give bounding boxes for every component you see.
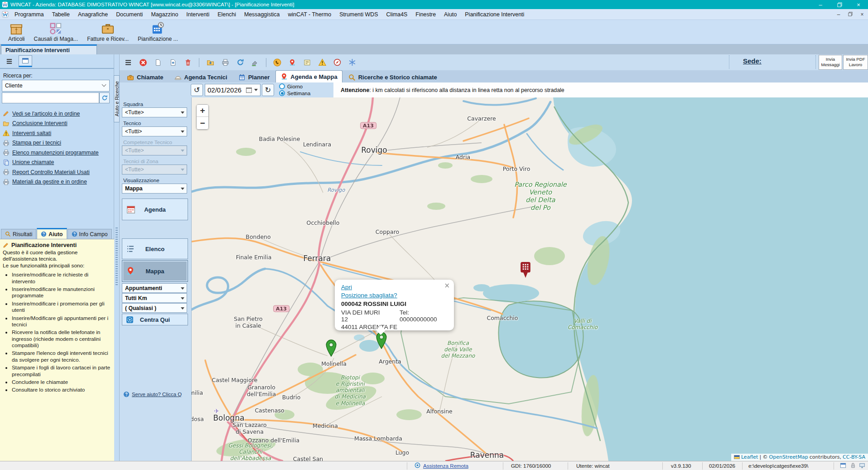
restore-button[interactable] xyxy=(830,0,849,9)
doc-plus-button[interactable] xyxy=(168,57,178,68)
sidebar-link[interactable]: Elenco manutenzioni programmate xyxy=(3,148,113,158)
minimize-button[interactable]: – xyxy=(811,0,830,9)
mdi-minimize-button[interactable]: – xyxy=(833,11,844,18)
date-field[interactable]: 02/01/2026 xyxy=(205,84,260,96)
launcher-item[interactable]: Causali di Maga... xyxy=(29,21,83,43)
assistenza-remota-link[interactable]: Assistenza Remota xyxy=(423,463,468,469)
radio-giorno-circle[interactable] xyxy=(279,83,285,89)
trash-button[interactable] xyxy=(183,57,193,68)
tab-ricerche-e-storico-chiamate[interactable]: Ricerche e Storico chiamate xyxy=(343,72,442,82)
radio-settimana[interactable]: Settimana xyxy=(279,90,310,97)
sidebar-splitter[interactable]: Aiuto e Ricerche xyxy=(114,54,120,461)
next-date-button[interactable]: ↻ xyxy=(262,84,274,96)
sidebar-link-label[interactable]: Materiali da gestire e in ordine xyxy=(12,179,87,185)
window-tab-pianificazione[interactable]: Pianificazione Interventi xyxy=(1,44,97,54)
launcher-item[interactable]: Articoli xyxy=(4,21,29,43)
sidebar-tab-aiuto[interactable]: Aiuto xyxy=(37,228,67,239)
sidebar-link-label[interactable]: Vedi se l'articolo è in ordine xyxy=(12,111,80,117)
mdi-restore-button[interactable] xyxy=(844,11,856,18)
map-pin-button[interactable] xyxy=(287,57,297,68)
tecnico-select[interactable]: <Tutti> xyxy=(122,126,187,136)
warning-button[interactable] xyxy=(317,57,327,68)
cancel-button[interactable] xyxy=(138,57,148,68)
splitter-handle[interactable] xyxy=(116,228,118,286)
zoom-out-button[interactable]: − xyxy=(197,117,208,129)
menu-item[interactable]: Finestre xyxy=(411,11,440,18)
agenda-button[interactable]: Agenda xyxy=(122,199,188,220)
hamburger-button[interactable] xyxy=(123,57,133,68)
folder-down-button[interactable] xyxy=(205,57,215,68)
elenco-button[interactable]: Elenco xyxy=(122,238,188,259)
serve-aiuto-label[interactable]: Serve aiuto? Clicca Q xyxy=(132,392,182,397)
search-refresh-button[interactable] xyxy=(99,92,110,103)
mdi-close-button[interactable]: × xyxy=(856,11,868,18)
menu-item[interactable]: Magazzino xyxy=(147,11,182,18)
sidebar-link[interactable]: Conclusione Interventi xyxy=(3,119,113,129)
refresh-button[interactable] xyxy=(235,57,245,68)
menu-item[interactable]: Strumenti WDS xyxy=(335,11,382,18)
sidebar-tab-risultati[interactable]: Risultati xyxy=(1,229,36,239)
centra-qui-button[interactable]: Centra Qui xyxy=(122,314,188,325)
popup-close-button[interactable]: × xyxy=(444,281,450,290)
sidebar-menu-button[interactable] xyxy=(2,55,16,67)
menu-item[interactable]: Tabelle xyxy=(48,11,74,18)
sidebar-link[interactable]: Unione chiamate xyxy=(3,158,113,168)
sidebar-tab-info-campo[interactable]: Info Campo xyxy=(68,229,112,239)
sidebar-link-label[interactable]: Conclusione Interventi xyxy=(12,120,68,126)
sidebar-link[interactable]: Vedi se l'articolo è in ordine xyxy=(3,109,113,119)
sidebar-link[interactable]: Materiali da gestire e in ordine xyxy=(3,177,113,187)
radio-settimana-circle[interactable] xyxy=(279,90,285,96)
sidebar-link[interactable]: Interventi saltati xyxy=(3,128,113,138)
menu-item[interactable]: Messaggistica xyxy=(240,11,284,18)
mappa-button[interactable]: Mappa xyxy=(122,260,188,282)
km-select[interactable]: Tutti Km xyxy=(122,293,187,303)
menu-item[interactable]: winCAT - Thermo xyxy=(284,11,335,18)
menu-item[interactable]: Aiuto xyxy=(440,11,461,18)
sidebar-link-label[interactable]: Unione chiamate xyxy=(12,159,54,165)
customer-pin[interactable] xyxy=(376,332,388,350)
popup-posizione-link[interactable]: Posizione sbagliata? xyxy=(341,291,448,300)
menu-item[interactable]: Interventi xyxy=(182,11,213,18)
invia-messaggi-button[interactable]: Invia Messaggi xyxy=(819,55,842,70)
compass-button[interactable] xyxy=(332,57,342,68)
search-type-select[interactable]: Cliente xyxy=(2,80,110,92)
sidebar-link[interactable]: Report Controllo Materiali Usati xyxy=(3,167,113,177)
launcher-item[interactable]: Pianificazione ... xyxy=(133,21,183,43)
invia-pdf-button[interactable]: Invia PDF Lavoro xyxy=(843,55,868,70)
tab-agenda-e-mappa[interactable]: Agenda e Mappa xyxy=(275,70,342,82)
menu-item[interactable]: Elenchi xyxy=(213,11,240,18)
tab-planner[interactable]: Planner xyxy=(233,72,275,82)
office-marker[interactable] xyxy=(520,262,532,280)
radio-giorno[interactable]: Giorno xyxy=(279,83,310,90)
qualsiasi-select[interactable]: ( Qualsiasi ) xyxy=(122,303,187,313)
menu-item[interactable]: Programma xyxy=(10,11,48,18)
eraser-button[interactable] xyxy=(250,57,260,68)
close-button[interactable]: × xyxy=(849,0,868,9)
search-input[interactable] xyxy=(2,92,99,103)
tab-chiamate[interactable]: Chiamate xyxy=(122,72,169,82)
sidebar-link-label[interactable]: Stampa per i tecnici xyxy=(12,140,61,146)
license-link[interactable]: CC-BY-SA xyxy=(843,454,865,460)
phone-button[interactable] xyxy=(272,57,282,68)
map[interactable]: CavarzereRovigoBadia PolesineLendinaraAd… xyxy=(192,97,868,461)
zoom-in-button[interactable]: + xyxy=(197,105,208,117)
customer-pin[interactable] xyxy=(325,339,338,358)
sidebar-link[interactable]: Stampa per i tecnici xyxy=(3,138,113,148)
sidebar-window-button[interactable] xyxy=(19,55,32,67)
leaflet-link[interactable]: Leaflet xyxy=(741,454,758,460)
appuntamenti-select[interactable]: Appuntamenti xyxy=(122,283,187,293)
printer-button[interactable] xyxy=(220,57,230,68)
snowflake-button[interactable] xyxy=(347,57,357,68)
popup-apri-link[interactable]: Apri xyxy=(341,283,448,291)
prev-date-button[interactable]: ↺ xyxy=(191,84,203,96)
aiuto-ricerche-vertical-tab[interactable]: Aiuto e Ricerche xyxy=(114,75,120,122)
sidebar-link-label[interactable]: Report Controllo Materiali Usati xyxy=(12,169,90,175)
menu-item[interactable]: Anagrafiche xyxy=(74,11,112,18)
squadra-select[interactable]: <Tutte> xyxy=(122,107,187,117)
launcher-item[interactable]: Fatture e Ricev... xyxy=(82,21,133,43)
menu-item[interactable]: Clima4S xyxy=(382,11,412,18)
visualizzazione-select[interactable]: Mappa xyxy=(122,184,187,194)
serve-aiuto-link[interactable]: Serve aiuto? Clicca Q xyxy=(123,391,190,397)
osm-link[interactable]: OpenStreetMap xyxy=(769,454,808,460)
menu-item[interactable]: Documenti xyxy=(112,11,147,18)
